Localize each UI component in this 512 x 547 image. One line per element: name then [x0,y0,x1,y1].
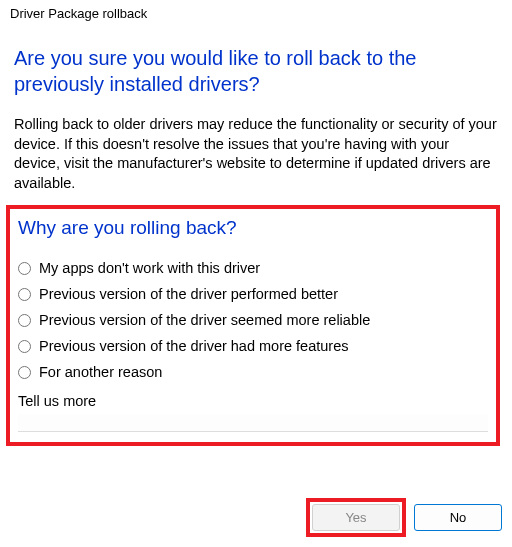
reason-option[interactable]: My apps don't work with this driver [18,255,488,281]
reason-radio-group: My apps don't work with this driver Prev… [18,255,488,385]
reason-option[interactable]: Previous version of the driver performed… [18,281,488,307]
reason-label: For another reason [39,364,162,380]
survey-heading: Why are you rolling back? [18,217,488,239]
reason-radio[interactable] [18,288,31,301]
dialog-content: Are you sure you would like to roll back… [0,25,512,456]
reason-option[interactable]: Previous version of the driver seemed mo… [18,307,488,333]
warning-text: Rolling back to older drivers may reduce… [14,115,498,193]
survey-highlight-box: Why are you rolling back? My apps don't … [6,205,500,446]
reason-label: Previous version of the driver performed… [39,286,338,302]
reason-label: Previous version of the driver had more … [39,338,348,354]
no-button[interactable]: No [414,504,502,531]
reason-option[interactable]: For another reason [18,359,488,385]
reason-radio[interactable] [18,262,31,275]
yes-button-highlight: Yes [306,498,406,537]
reason-option[interactable]: Previous version of the driver had more … [18,333,488,359]
window-title: Driver Package rollback [0,0,512,25]
reason-radio[interactable] [18,340,31,353]
reason-label: Previous version of the driver seemed mo… [39,312,370,328]
yes-button[interactable]: Yes [312,504,400,531]
dialog-footer: Yes No [306,498,502,537]
reason-label: My apps don't work with this driver [39,260,260,276]
confirm-heading: Are you sure you would like to roll back… [14,45,498,97]
tell-more-label: Tell us more [18,393,488,409]
reason-radio[interactable] [18,366,31,379]
tell-more-input[interactable] [18,414,488,432]
reason-radio[interactable] [18,314,31,327]
